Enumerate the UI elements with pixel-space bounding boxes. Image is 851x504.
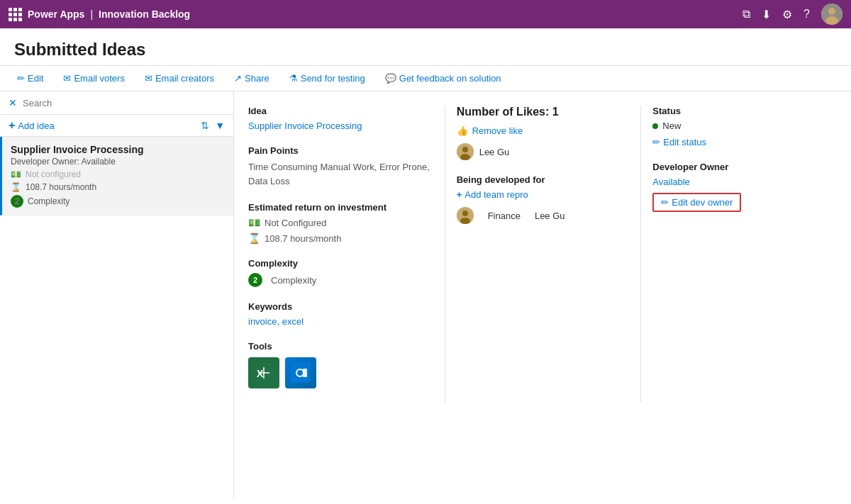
close-icon[interactable]: ✕ (9, 97, 17, 108)
money-icon: 💵 (11, 169, 21, 179)
apps-icon[interactable] (9, 8, 22, 21)
remove-like-button[interactable]: 👍 Remove like (457, 125, 523, 136)
email-creators-button[interactable]: ✉ Email creators (142, 72, 217, 85)
page-header: Submitted Ideas (0, 28, 851, 66)
team-avatar (457, 207, 474, 224)
settings-icon[interactable]: ⚙ (782, 8, 792, 21)
search-input[interactable] (23, 98, 225, 108)
hourglass2-icon: ⌛ (248, 233, 260, 244)
svg-rect-7 (291, 363, 311, 383)
detail-col-1: Idea Supplier Invoice Processing Pain Po… (248, 106, 445, 403)
pain-points-section: Pain Points Time Consuming Manual Work, … (248, 145, 433, 188)
idea-value: Supplier Invoice Processing (248, 121, 433, 131)
outlook-icon (285, 357, 316, 388)
svg-text:X: X (257, 368, 264, 379)
dev-owner-value: Available (652, 177, 825, 187)
toolbar: ✏ Edit ✉ Email voters ✉ Email creators ↗… (0, 66, 851, 91)
item-title: Supplier Invoice Processing (11, 144, 225, 155)
filter-icons: ⇅ ▼ (201, 120, 225, 131)
nav-left: Power Apps | Innovation Backlog (9, 8, 190, 21)
tools-label: Tools (248, 341, 433, 352)
list-item[interactable]: Supplier Invoice Processing Developer Ow… (0, 137, 233, 215)
pencil2-icon: ✏ (652, 137, 660, 147)
svg-point-2 (825, 16, 838, 25)
get-feedback-button[interactable]: 💬 Get feedback on solution (382, 72, 504, 85)
help-icon[interactable]: ? (803, 8, 810, 21)
page-title: Submitted Ideas (14, 40, 837, 60)
keywords-label: Keywords (248, 301, 433, 312)
search-row: ✕ (0, 91, 233, 115)
complexity-detail-badge: 2 (248, 273, 262, 287)
download-icon[interactable]: ⬇ (762, 8, 771, 21)
detail-col-2: Number of Likes: 1 👍 Remove like Lee Gu … (445, 106, 641, 403)
complexity-row: 2 Complexity (248, 273, 433, 287)
voter-row: Lee Gu (457, 143, 630, 160)
detail-panel: Idea Supplier Invoice Processing Pain Po… (234, 91, 851, 498)
hourglass-icon: ⌛ (11, 182, 21, 192)
status-value: New (652, 121, 825, 131)
feedback-icon: 💬 (385, 73, 396, 84)
app-name: Innovation Backlog (99, 9, 190, 20)
plus2-icon: + (457, 189, 462, 200)
status-dot (652, 123, 658, 129)
svg-point-11 (462, 147, 468, 152)
pencil-icon: ✏ (17, 73, 25, 84)
pain-points-value: Time Consuming Manual Work, Error Prone,… (248, 160, 433, 188)
keywords-section: Keywords invoice, excel (248, 301, 433, 327)
complexity-value: Complexity (271, 275, 316, 286)
status-label: Status (652, 106, 825, 116)
complexity-label: Complexity (248, 258, 433, 269)
pencil3-icon: ✏ (661, 197, 669, 208)
item-not-configured: 💵 Not configured (11, 169, 225, 179)
sort-icon[interactable]: ⇅ (201, 120, 209, 131)
tools-section: Tools X (248, 341, 433, 388)
roi-label: Estimated return on investment (248, 202, 433, 213)
app-brand: Power Apps (28, 9, 84, 20)
envelope-icon: ✉ (63, 73, 71, 84)
roi-not-configured: Not Configured (265, 218, 326, 228)
svg-point-1 (828, 8, 835, 15)
nav-right: ⧉ ⬇ ⚙ ? (742, 4, 842, 25)
pain-points-label: Pain Points (248, 145, 433, 156)
likes-count: Number of Likes: 1 (457, 106, 630, 118)
being-developed-section: Being developed for + Add team repro Fin… (457, 174, 630, 224)
nav-separator: | (90, 9, 93, 20)
thumbsup-icon: 👍 (457, 125, 468, 136)
edit-button[interactable]: ✏ Edit (14, 72, 46, 85)
likes-section: Number of Likes: 1 👍 Remove like Lee Gu (457, 106, 630, 160)
item-hours: ⌛ 108.7 hours/month (11, 182, 225, 192)
screen-icon[interactable]: ⧉ (742, 8, 750, 21)
status-section: Status New ✏ Edit status (652, 106, 825, 147)
share-button[interactable]: ↗ Share (231, 72, 272, 85)
voter-avatar (457, 143, 474, 160)
voter-name: Lee Gu (479, 147, 510, 157)
filter-icon[interactable]: ▼ (215, 120, 225, 131)
edit-dev-owner-button[interactable]: ✏ Edit dev owner (652, 193, 741, 212)
email-voters-button[interactable]: ✉ Email voters (60, 72, 128, 85)
send-testing-button[interactable]: ⚗ Send for testing (287, 72, 368, 85)
add-team-button[interactable]: + Add team repro (457, 189, 528, 200)
idea-label: Idea (248, 106, 433, 116)
main-layout: ✕ + Add idea ⇅ ▼ Supplier Invoice Proces… (0, 91, 851, 498)
add-idea-button[interactable]: + Add idea (9, 119, 196, 132)
svg-rect-9 (303, 369, 307, 377)
roi-hours-row: ⌛ 108.7 hours/month (248, 233, 433, 244)
envelope2-icon: ✉ (145, 73, 152, 84)
roi-not-configured-row: 💵 Not Configured (248, 217, 433, 228)
money2-icon: 💵 (248, 217, 260, 228)
dev-owner-label: Developer Owner (652, 162, 825, 172)
item-subtitle: Developer Owner: Available (11, 157, 225, 167)
team-member: Lee Gu (535, 211, 565, 221)
avatar[interactable] (821, 4, 842, 25)
top-nav: Power Apps | Innovation Backlog ⧉ ⬇ ⚙ ? (0, 0, 851, 28)
sidebar: ✕ + Add idea ⇅ ▼ Supplier Invoice Proces… (0, 91, 234, 498)
flask-icon: ⚗ (289, 73, 298, 84)
excel-icon: X (248, 357, 279, 388)
team-row: Finance Lee Gu (457, 207, 630, 224)
detail-col-3: Status New ✏ Edit status Developer Owner… (640, 106, 837, 403)
keywords-value: invoice, excel (248, 316, 433, 327)
plus-icon: + (9, 119, 15, 132)
roi-hours: 108.7 hours/month (265, 233, 341, 244)
item-complexity: 2 Complexity (11, 195, 225, 208)
edit-status-button[interactable]: ✏ Edit status (652, 137, 706, 147)
